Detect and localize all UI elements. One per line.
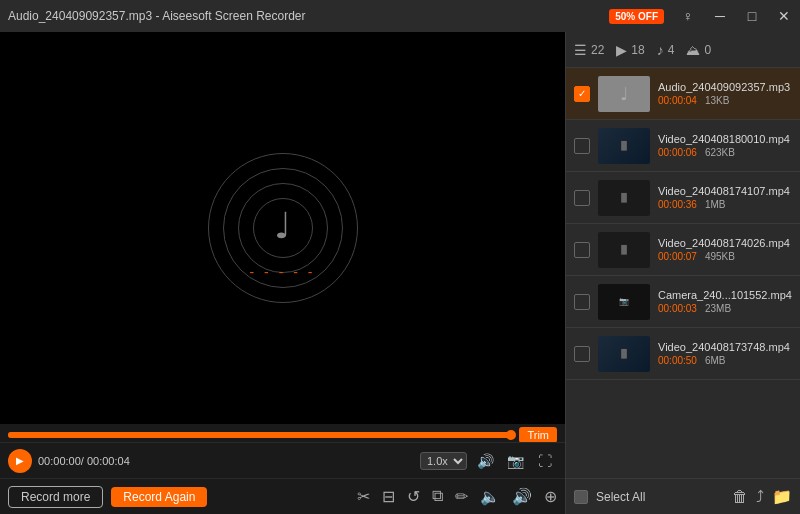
file-item[interactable]: 📷 Camera_240...101552.mp4 00:00:03 23MB xyxy=(566,276,800,328)
folder-button[interactable]: 📁 xyxy=(772,487,792,506)
select-all-label[interactable]: Select All xyxy=(596,490,645,504)
speed-select[interactable]: 0.5x 1.0x 1.5x 2.0x xyxy=(420,452,467,470)
file-name: Video_240408174026.mp4 xyxy=(658,237,792,249)
file-checkbox[interactable] xyxy=(574,346,590,362)
file-item[interactable]: ▐▌ Video_240408174107.mp4 00:00:36 1MB xyxy=(566,172,800,224)
window-controls: 50% OFF ♀ ─ □ ✕ xyxy=(609,0,800,32)
file-meta: 00:00:06 623KB xyxy=(658,147,792,158)
music-note-icon: ♩ xyxy=(274,205,291,247)
rotate-icon[interactable]: ↺ xyxy=(407,487,420,506)
file-thumbnail: 📷 xyxy=(598,284,650,320)
right-panel: ☰ 22 ▶ 18 ♪ 4 ⛰ 0 ✓ ♩ xyxy=(565,32,800,514)
app-title: Audio_240409092357.mp3 - Aiseesoft Scree… xyxy=(8,9,306,23)
music-icon: ♪ xyxy=(657,42,664,58)
file-name: Video_240408173748.mp4 xyxy=(658,341,792,353)
file-name: Camera_240...101552.mp4 xyxy=(658,289,792,301)
cut-icon[interactable]: ✂ xyxy=(357,487,370,506)
file-thumbnail: ♩ xyxy=(598,76,650,112)
progress-track[interactable] xyxy=(8,432,515,438)
file-item[interactable]: ▐▌ Video_240408174026.mp4 00:00:07 495KB xyxy=(566,224,800,276)
tab-image-count: 0 xyxy=(704,43,711,57)
tab-all-count: 22 xyxy=(591,43,604,57)
edit-icon[interactable]: ✏ xyxy=(455,487,468,506)
volume-icon[interactable]: 🔊 xyxy=(473,449,497,473)
file-duration: 00:00:06 xyxy=(658,147,697,158)
time-display: 00:00:00/ 00:00:04 xyxy=(38,455,130,467)
file-meta: 00:00:50 6MB xyxy=(658,355,792,366)
file-checkbox[interactable] xyxy=(574,138,590,154)
file-meta: 00:00:03 23MB xyxy=(658,303,792,314)
action-icons: ✂ ⊟ ↺ ⧉ ✏ 🔈 🔊 ⊕ xyxy=(215,487,557,506)
trim-icon[interactable]: ⊟ xyxy=(382,487,395,506)
file-thumbnail: ▐▌ xyxy=(598,232,650,268)
fullscreen-icon[interactable]: ⛶ xyxy=(533,449,557,473)
file-checkbox[interactable] xyxy=(574,242,590,258)
file-duration: 00:00:07 xyxy=(658,251,697,262)
progress-fill xyxy=(8,432,515,438)
select-all-checkbox[interactable] xyxy=(574,490,588,504)
speaker-icon[interactable]: 🔊 xyxy=(512,487,532,506)
left-panel: ♩ - - - - - Trim ▶ 00:00:00/ 00:00:04 0.… xyxy=(0,32,565,514)
profile-btn[interactable]: ♀ xyxy=(672,0,704,32)
file-item[interactable]: ▐▌ Video_240408173748.mp4 00:00:50 6MB xyxy=(566,328,800,380)
file-info: Video_240408174107.mp4 00:00:36 1MB xyxy=(658,185,792,210)
action-row: Record more Record Again ✂ ⊟ ↺ ⧉ ✏ 🔈 🔊 ⊕ xyxy=(0,478,565,514)
list-icon: ☰ xyxy=(574,42,587,58)
tab-image[interactable]: ⛰ 0 xyxy=(686,38,711,62)
maximize-btn[interactable]: □ xyxy=(736,0,768,32)
right-bottom-bar: Select All 🗑 ⤴ 📁 xyxy=(566,478,800,514)
camera-icon[interactable]: 📷 xyxy=(503,449,527,473)
delete-button[interactable]: 🗑 xyxy=(732,488,748,506)
playback-controls: ▶ 00:00:00/ 00:00:04 0.5x 1.0x 1.5x 2.0x… xyxy=(0,442,565,478)
file-size: 13KB xyxy=(705,95,729,106)
main-area: ♩ - - - - - Trim ▶ 00:00:00/ 00:00:04 0.… xyxy=(0,32,800,514)
file-duration: 00:00:50 xyxy=(658,355,697,366)
file-thumbnail: ▐▌ xyxy=(598,336,650,372)
file-duration: 00:00:04 xyxy=(658,95,697,106)
file-size: 1MB xyxy=(705,199,726,210)
copy-icon[interactable]: ⧉ xyxy=(432,487,443,506)
gift-badge[interactable]: 50% OFF xyxy=(609,9,664,24)
image-icon: ⛰ xyxy=(686,42,700,58)
file-size: 495KB xyxy=(705,251,735,262)
record-more-button[interactable]: Record more xyxy=(8,486,103,508)
file-thumbnail: ▐▌ xyxy=(598,180,650,216)
file-info: Video_240408173748.mp4 00:00:50 6MB xyxy=(658,341,792,366)
file-info: Video_240408174026.mp4 00:00:07 495KB xyxy=(658,237,792,262)
file-name: Video_240408174107.mp4 xyxy=(658,185,792,197)
tab-audio[interactable]: ♪ 4 xyxy=(657,38,675,62)
minimize-btn[interactable]: ─ xyxy=(704,0,736,32)
file-checkbox[interactable]: ✓ xyxy=(574,86,590,102)
file-meta: 00:00:07 495KB xyxy=(658,251,792,262)
music-visual: ♩ - - - - - xyxy=(203,148,363,308)
play-icon: ▶ xyxy=(616,42,627,58)
tab-video[interactable]: ▶ 18 xyxy=(616,38,644,62)
file-info: Camera_240...101552.mp4 00:00:03 23MB xyxy=(658,289,792,314)
file-item[interactable]: ✓ ♩ Audio_240409092357.mp3 00:00:04 13KB xyxy=(566,68,800,120)
video-display: ♩ - - - - - xyxy=(0,32,565,424)
export-button[interactable]: ⤴ xyxy=(756,488,764,506)
audio-icon[interactable]: 🔈 xyxy=(480,487,500,506)
file-info: Audio_240409092357.mp3 00:00:04 13KB xyxy=(658,81,792,106)
file-info: Video_240408180010.mp4 00:00:06 623KB xyxy=(658,133,792,158)
trim-button[interactable]: Trim xyxy=(519,427,557,443)
tab-all[interactable]: ☰ 22 xyxy=(574,38,604,62)
tab-video-count: 18 xyxy=(631,43,644,57)
play-button[interactable]: ▶ xyxy=(8,449,32,473)
file-duration: 00:00:36 xyxy=(658,199,697,210)
file-meta: 00:00:36 1MB xyxy=(658,199,792,210)
file-list[interactable]: ✓ ♩ Audio_240409092357.mp3 00:00:04 13KB… xyxy=(566,68,800,478)
file-checkbox[interactable] xyxy=(574,294,590,310)
more-icon[interactable]: ⊕ xyxy=(544,487,557,506)
file-checkbox[interactable] xyxy=(574,190,590,206)
record-again-button[interactable]: Record Again xyxy=(111,487,207,507)
audio-thumb-icon: ♩ xyxy=(620,83,628,105)
file-duration: 00:00:03 xyxy=(658,303,697,314)
file-size: 623KB xyxy=(705,147,735,158)
file-size: 6MB xyxy=(705,355,726,366)
close-btn[interactable]: ✕ xyxy=(768,0,800,32)
file-meta: 00:00:04 13KB xyxy=(658,95,792,106)
file-item[interactable]: ▐▌ Video_240408180010.mp4 00:00:06 623KB xyxy=(566,120,800,172)
progress-area: Trim xyxy=(0,424,565,442)
audio-dashes: - - - - - xyxy=(250,264,316,280)
